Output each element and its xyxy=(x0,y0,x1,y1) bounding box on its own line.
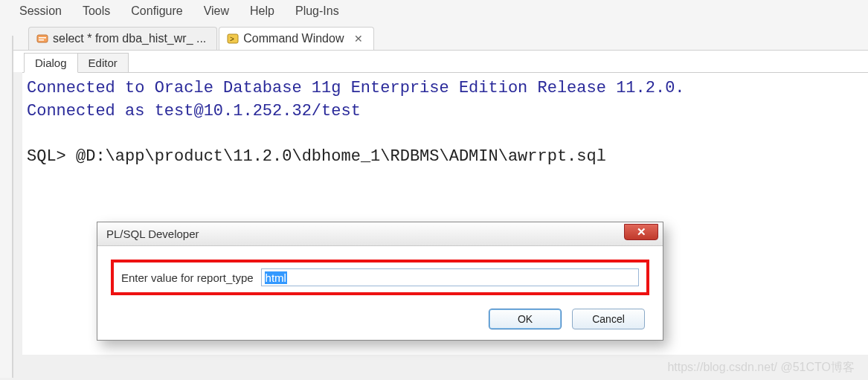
sql-prompt: SQL> xyxy=(27,147,76,166)
tab-label: select * from dba_hist_wr_ ... xyxy=(53,32,206,45)
left-gutter xyxy=(0,36,13,378)
cmd-icon: > xyxy=(227,33,239,45)
input-dialog: PL/SQL Developer ✕ Enter value for repor… xyxy=(97,222,663,341)
highlighted-input-row: Enter value for report_type html xyxy=(111,260,649,295)
document-tabbar: select * from dba_hist_wr_ ... > Command… xyxy=(0,22,868,51)
console-line: Connected as test@10.1.252.32/test xyxy=(27,102,361,120)
svg-rect-2 xyxy=(39,39,44,41)
dialog-body: Enter value for report_type html OK Canc… xyxy=(97,246,663,340)
dialog-close-button[interactable]: ✕ xyxy=(624,224,658,240)
ok-button[interactable]: OK xyxy=(489,309,562,329)
menu-configure[interactable]: Configure xyxy=(131,4,182,18)
dialog-button-row: OK Cancel xyxy=(111,309,649,329)
tab-sql-query[interactable]: select * from dba_hist_wr_ ... xyxy=(28,27,217,50)
menu-tools[interactable]: Tools xyxy=(83,4,110,18)
report-type-input[interactable]: html xyxy=(261,268,639,286)
watermark-text: https://blog.csdn.net/ @51CTO博客 xyxy=(667,360,855,376)
tab-command-window[interactable]: > Command Window ✕ xyxy=(219,27,374,50)
menu-plugins[interactable]: Plug-Ins xyxy=(295,4,339,18)
close-icon[interactable]: ✕ xyxy=(354,33,363,44)
cancel-button[interactable]: Cancel xyxy=(572,309,645,329)
menu-session[interactable]: Session xyxy=(19,4,62,18)
svg-rect-0 xyxy=(37,35,48,42)
menubar: Session Tools Configure View Help Plug-I… xyxy=(0,0,868,22)
dialog-titlebar[interactable]: PL/SQL Developer ✕ xyxy=(97,222,663,246)
sql-command: @D:\app\product\11.2.0\dbhome_1\RDBMS\AD… xyxy=(76,147,606,166)
subtab-dialog[interactable]: Dialog xyxy=(24,53,78,73)
tab-label: Command Window xyxy=(243,32,344,45)
console-line: Connected to Oracle Database 11g Enterpr… xyxy=(27,79,685,97)
input-selected-text: html xyxy=(265,271,287,284)
svg-rect-1 xyxy=(39,37,46,39)
close-icon: ✕ xyxy=(637,225,646,239)
menu-help[interactable]: Help xyxy=(250,4,274,18)
svg-text:>: > xyxy=(230,35,234,43)
dialog-title: PL/SQL Developer xyxy=(106,228,199,240)
subtab-editor[interactable]: Editor xyxy=(78,53,129,73)
subtab-bar: Dialog Editor xyxy=(0,51,868,72)
menu-view[interactable]: View xyxy=(204,4,229,18)
prompt-label: Enter value for report_type xyxy=(121,271,254,284)
sql-icon xyxy=(36,33,48,45)
